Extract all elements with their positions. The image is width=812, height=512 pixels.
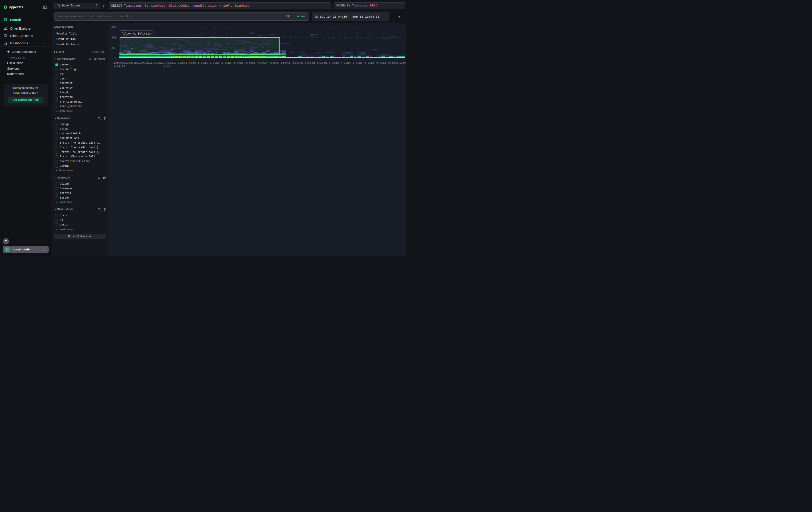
svg-text:6:00am: 6:00am (305, 61, 315, 64)
svg-text:600: 600 (111, 26, 116, 29)
svg-text:5:00am: 5:00am (281, 61, 291, 64)
svg-text:12:30am: 12:30am (173, 61, 185, 64)
svg-text:Filter by Selection: Filter by Selection (122, 32, 152, 35)
svg-text:8:30am: 8:30am (365, 61, 374, 64)
svg-text:9:00am: 9:00am (376, 61, 386, 64)
svg-text:1:00am: 1:00am (186, 61, 196, 64)
svg-text:3:00am: 3:00am (233, 61, 243, 64)
svg-text:7:30am: 7:30am (341, 61, 351, 64)
svg-text:2:00am: 2:00am (209, 61, 220, 64)
svg-text:7:00am: 7:00am (329, 61, 339, 64)
svg-text:10:30pm: 10:30pm (125, 61, 137, 64)
svg-text:9:30am: 9:30am (388, 61, 398, 64)
svg-text:4:00am: 4:00am (257, 61, 267, 64)
svg-text:9/15: 9/15 (164, 65, 170, 68)
svg-text:5:30am: 5:30am (293, 61, 303, 64)
svg-text:9/14/25: 9/14/25 (113, 65, 125, 68)
svg-text:12:00am: 12:00am (161, 61, 173, 64)
svg-text:10:00am: 10:00am (399, 61, 406, 64)
svg-text:2:30am: 2:30am (222, 61, 231, 64)
svg-text:0: 0 (115, 57, 116, 60)
svg-text:10:00pm: 10:00pm (113, 61, 125, 64)
svg-text:200: 200 (111, 47, 116, 50)
svg-text:8:00am: 8:00am (352, 61, 362, 64)
svg-text:400: 400 (111, 36, 116, 39)
svg-text:1:30am: 1:30am (198, 61, 208, 64)
svg-text:3:30am: 3:30am (245, 61, 255, 64)
svg-text:4:30am: 4:30am (269, 61, 279, 64)
svg-text:11:00pm: 11:00pm (137, 61, 149, 64)
svg-text:6:30am: 6:30am (317, 61, 327, 64)
svg-text:11:30pm: 11:30pm (149, 61, 161, 64)
